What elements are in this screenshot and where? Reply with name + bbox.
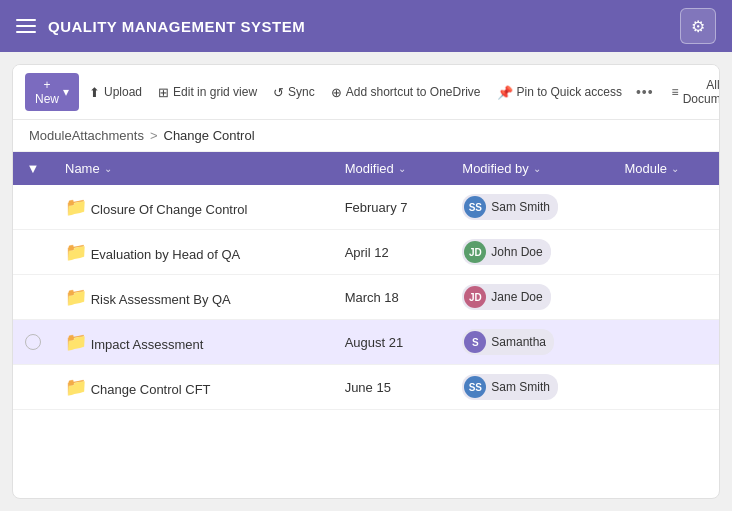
row-modified-cell: February 7 bbox=[333, 185, 451, 230]
col-modified[interactable]: Modified ⌄ bbox=[333, 152, 451, 185]
file-table: ▼ Name ⌄ Modified ⌄ bbox=[13, 152, 719, 410]
pin-icon: 📌 bbox=[497, 85, 513, 100]
modified-by-sort-icon: ⌄ bbox=[533, 163, 541, 174]
user-badge: SS Sam Smith bbox=[462, 194, 558, 220]
col-name[interactable]: Name ⌄ bbox=[53, 152, 333, 185]
edit-grid-label: Edit in grid view bbox=[173, 85, 257, 99]
table-row[interactable]: 📁 Closure Of Change ControlFebruary 7 SS… bbox=[13, 185, 719, 230]
new-button-chevron: ▾ bbox=[63, 85, 69, 99]
row-modified-cell: August 21 bbox=[333, 320, 451, 365]
row-module-cell bbox=[612, 365, 719, 410]
row-select-cell bbox=[13, 185, 53, 230]
user-name: John Doe bbox=[491, 245, 542, 259]
module-sort-icon: ⌄ bbox=[671, 163, 679, 174]
hamburger-menu-icon[interactable] bbox=[16, 19, 36, 33]
table-row[interactable]: 📁 Evaluation by Head of QAApril 12 JD Jo… bbox=[13, 230, 719, 275]
row-select-cell bbox=[13, 230, 53, 275]
edit-grid-icon: ⊞ bbox=[158, 85, 169, 100]
table-row[interactable]: 📁 Impact AssessmentAugust 21 S Samantha bbox=[13, 320, 719, 365]
main-panel: + New ▾ ⬆ Upload ⊞ Edit in grid view ↺ S… bbox=[12, 64, 720, 499]
folder-icon: 📁 bbox=[65, 377, 87, 397]
new-button-label: + New bbox=[35, 78, 59, 106]
folder-icon: 📁 bbox=[65, 332, 87, 352]
shortcut-button[interactable]: ⊕ Add shortcut to OneDrive bbox=[325, 80, 487, 105]
breadcrumb-parent[interactable]: ModuleAttachments bbox=[29, 128, 144, 143]
row-modified-by-cell: JD Jane Doe bbox=[450, 275, 612, 320]
row-modified-cell: June 15 bbox=[333, 365, 451, 410]
breadcrumb-chevron: > bbox=[150, 128, 158, 143]
row-name-cell: 📁 Risk Assessment By QA bbox=[53, 275, 333, 320]
row-modified-by-cell: JD John Doe bbox=[450, 230, 612, 275]
user-name: Samantha bbox=[491, 335, 546, 349]
user-name: Sam Smith bbox=[491, 200, 550, 214]
row-name[interactable]: Closure Of Change Control bbox=[91, 202, 248, 217]
name-sort-icon: ⌄ bbox=[104, 163, 112, 174]
avatar: JD bbox=[464, 241, 486, 263]
sync-label: Sync bbox=[288, 85, 315, 99]
pin-button[interactable]: 📌 Pin to Quick access bbox=[491, 80, 628, 105]
col-module[interactable]: Module ⌄ bbox=[612, 152, 719, 185]
row-module-cell bbox=[612, 185, 719, 230]
user-name: Sam Smith bbox=[491, 380, 550, 394]
user-name: Jane Doe bbox=[491, 290, 542, 304]
row-name[interactable]: Risk Assessment By QA bbox=[91, 292, 231, 307]
avatar: SS bbox=[464, 376, 486, 398]
app-header: QUALITY MANAGEMENT SYSTEM ⚙ bbox=[0, 0, 732, 52]
row-modified-by-cell: SS Sam Smith bbox=[450, 185, 612, 230]
table-row[interactable]: 📁 Change Control CFTJune 15 SS Sam Smith bbox=[13, 365, 719, 410]
gear-icon: ⚙ bbox=[691, 17, 705, 36]
row-name-cell: 📁 Change Control CFT bbox=[53, 365, 333, 410]
all-documents-button[interactable]: ≡ All Documents bbox=[666, 73, 720, 111]
upload-icon: ⬆ bbox=[89, 85, 100, 100]
breadcrumb: ModuleAttachments > Change Control bbox=[13, 120, 719, 152]
folder-icon: 📁 bbox=[65, 287, 87, 307]
row-select-cell bbox=[13, 365, 53, 410]
upload-label: Upload bbox=[104, 85, 142, 99]
shortcut-icon: ⊕ bbox=[331, 85, 342, 100]
new-button[interactable]: + New ▾ bbox=[25, 73, 79, 111]
row-modified-date: April 12 bbox=[345, 245, 389, 260]
row-modified-date: June 15 bbox=[345, 380, 391, 395]
row-modified-date: March 18 bbox=[345, 290, 399, 305]
sync-icon: ↺ bbox=[273, 85, 284, 100]
row-modified-cell: April 12 bbox=[333, 230, 451, 275]
settings-button[interactable]: ⚙ bbox=[680, 8, 716, 44]
sync-button[interactable]: ↺ Sync bbox=[267, 80, 321, 105]
breadcrumb-current: Change Control bbox=[164, 128, 255, 143]
avatar: SS bbox=[464, 196, 486, 218]
row-radio[interactable] bbox=[25, 334, 41, 350]
modified-sort-icon: ⌄ bbox=[398, 163, 406, 174]
avatar: S bbox=[464, 331, 486, 353]
col-modified-by[interactable]: Modified by ⌄ bbox=[450, 152, 612, 185]
header-left: QUALITY MANAGEMENT SYSTEM bbox=[16, 18, 305, 35]
app-title: QUALITY MANAGEMENT SYSTEM bbox=[48, 18, 305, 35]
row-name-cell: 📁 Evaluation by Head of QA bbox=[53, 230, 333, 275]
table-row[interactable]: 📁 Risk Assessment By QAMarch 18 JD Jane … bbox=[13, 275, 719, 320]
user-badge: JD John Doe bbox=[462, 239, 550, 265]
row-select-cell bbox=[13, 320, 53, 365]
col-select[interactable]: ▼ bbox=[13, 152, 53, 185]
upload-button[interactable]: ⬆ Upload bbox=[83, 80, 148, 105]
row-modified-cell: March 18 bbox=[333, 275, 451, 320]
avatar: JD bbox=[464, 286, 486, 308]
row-modified-by-cell: SS Sam Smith bbox=[450, 365, 612, 410]
user-badge: SS Sam Smith bbox=[462, 374, 558, 400]
file-table-wrapper: ▼ Name ⌄ Modified ⌄ bbox=[13, 152, 719, 410]
shortcut-label: Add shortcut to OneDrive bbox=[346, 85, 481, 99]
edit-grid-button[interactable]: ⊞ Edit in grid view bbox=[152, 80, 263, 105]
more-options-button[interactable]: ••• bbox=[632, 84, 658, 100]
filter-sort-icon: ▼ bbox=[27, 161, 40, 176]
row-name[interactable]: Impact Assessment bbox=[91, 337, 204, 352]
folder-icon: 📁 bbox=[65, 197, 87, 217]
all-docs-label: All Documents bbox=[683, 78, 720, 106]
user-badge: JD Jane Doe bbox=[462, 284, 550, 310]
row-name-cell: 📁 Closure Of Change Control bbox=[53, 185, 333, 230]
row-name-cell: 📁 Impact Assessment bbox=[53, 320, 333, 365]
row-modified-by-cell: S Samantha bbox=[450, 320, 612, 365]
row-name[interactable]: Evaluation by Head of QA bbox=[91, 247, 241, 262]
table-header-row: ▼ Name ⌄ Modified ⌄ bbox=[13, 152, 719, 185]
pin-label: Pin to Quick access bbox=[517, 85, 622, 99]
toolbar: + New ▾ ⬆ Upload ⊞ Edit in grid view ↺ S… bbox=[13, 65, 719, 120]
row-select-cell bbox=[13, 275, 53, 320]
row-name[interactable]: Change Control CFT bbox=[91, 382, 211, 397]
